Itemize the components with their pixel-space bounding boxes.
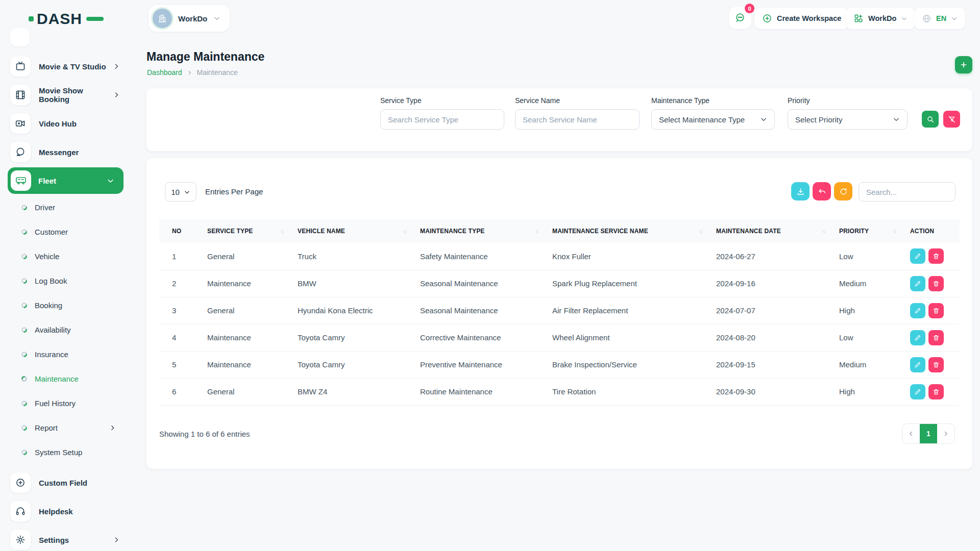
donut-icon xyxy=(21,278,28,284)
edit-button[interactable] xyxy=(910,276,925,291)
pagination-page-1[interactable]: 1 xyxy=(920,424,937,443)
table-search-input[interactable] xyxy=(859,182,955,202)
delete-button[interactable] xyxy=(928,330,944,345)
service-type-label: Service Type xyxy=(380,96,504,105)
filter-service-name: Service Name xyxy=(515,96,640,130)
app-selector[interactable]: WorkDo xyxy=(846,8,915,29)
clear-filters-button[interactable] xyxy=(943,111,960,128)
sort-icon[interactable]: ↑↓ xyxy=(699,229,702,234)
maintenance-type-select[interactable]: Select Maintenance Type xyxy=(651,109,775,130)
column-maintenance-type[interactable]: MAINTENANCE TYPE↑↓ xyxy=(420,219,552,243)
pagination-prev-button[interactable] xyxy=(902,424,920,443)
export-button[interactable] xyxy=(791,182,810,201)
edit-button[interactable] xyxy=(910,357,925,372)
refresh-button[interactable] xyxy=(834,182,852,201)
sidebar-item-video-hub[interactable]: Video Hub xyxy=(0,109,131,138)
trash-icon xyxy=(933,253,940,260)
edit-button[interactable] xyxy=(910,330,925,345)
sidebar-item-movie-show-booking[interactable]: Movie Show Booking xyxy=(0,81,131,109)
sidebar-subitem-vehicle[interactable]: Vehicle xyxy=(0,244,131,268)
pagination-next-button[interactable] xyxy=(937,424,954,443)
filter-service-type: Service Type xyxy=(380,96,504,130)
sort-icon[interactable]: ↑↓ xyxy=(893,229,896,234)
brand-logo[interactable]: DASH xyxy=(29,10,104,28)
priority-select[interactable]: Select Priority xyxy=(788,109,908,130)
sidebar-item-custom-field[interactable]: Custom Field xyxy=(0,468,131,497)
sidebar-subitem-label: Report xyxy=(35,423,109,432)
pencil-icon xyxy=(914,388,921,395)
create-workspace-button[interactable]: Create Workspace xyxy=(754,8,849,29)
column-no: NO xyxy=(159,219,207,243)
sidebar-subitem-availability[interactable]: Availability xyxy=(0,317,131,342)
undo-button[interactable] xyxy=(813,182,831,201)
sidebar-item-helpdesk[interactable]: Helpdesk xyxy=(0,497,131,525)
sidebar-subitem-label: Booking xyxy=(35,301,116,310)
cell-vehicle: BMW Z4 xyxy=(298,378,420,405)
language-label: EN xyxy=(936,14,946,22)
column-maintenance-date[interactable]: MAINTENANCE DATE↑↓ xyxy=(716,219,839,243)
sidebar-item-messenger[interactable]: Messenger xyxy=(0,138,131,166)
delete-button[interactable] xyxy=(928,248,944,264)
filter-panel: Service Type Service Name Maintenance Ty… xyxy=(146,88,972,151)
sidebar-item-settings[interactable]: Settings xyxy=(0,525,131,551)
sidebar-subitem-report[interactable]: Report xyxy=(0,415,131,440)
table-row: 1 General Truck Safety Maintenance Knox … xyxy=(159,243,960,270)
donut-icon xyxy=(21,204,28,211)
sidebar-subitem-customer[interactable]: Customer xyxy=(0,219,131,244)
sidebar-toggle-button[interactable] xyxy=(10,28,30,46)
edit-button[interactable] xyxy=(910,248,925,264)
sidebar-item-movie-tv-studio[interactable]: Movie & TV Studio xyxy=(0,52,131,81)
sort-icon[interactable]: ↑↓ xyxy=(822,229,825,234)
column-priority[interactable]: PRIORITY↑↓ xyxy=(839,219,910,243)
column-maintenance-service-name[interactable]: MAINTENANCE SERVICE NAME↑↓ xyxy=(552,219,716,243)
search-icon xyxy=(926,115,935,123)
workspace-selector[interactable]: WorkDo xyxy=(149,5,230,32)
sidebar-item-label: Helpdesk xyxy=(39,507,120,516)
workspace-avatar xyxy=(153,9,172,28)
cell-maintenance-type: Routine Maintenance xyxy=(420,378,552,405)
cell-maintenance-type: Preventive Maintenance xyxy=(420,351,552,378)
column-service-type[interactable]: SERVICE TYPE↑↓ xyxy=(207,219,298,243)
delete-button[interactable] xyxy=(928,357,944,372)
sidebar-subitem-log-book[interactable]: Log Book xyxy=(0,268,131,293)
cell-service-name: Knox Fuller xyxy=(552,243,716,270)
sort-icon[interactable]: ↑↓ xyxy=(535,229,538,234)
edit-button[interactable] xyxy=(910,303,925,318)
service-name-input[interactable] xyxy=(515,109,640,130)
sidebar-item-fleet[interactable]: Fleet xyxy=(8,167,124,194)
sidebar-subitem-driver[interactable]: Driver xyxy=(0,195,131,219)
messages-button[interactable]: 0 xyxy=(729,7,751,29)
sidebar-subitem-system-setup[interactable]: System Setup xyxy=(0,440,131,464)
cell-service-name: Spark Plug Replacement xyxy=(552,270,716,297)
maintenance-type-label: Maintenance Type xyxy=(651,96,775,105)
film-icon xyxy=(10,85,31,105)
donut-icon xyxy=(21,424,28,431)
column-vehicle-name[interactable]: VEHICLE NAME↑↓ xyxy=(298,219,420,243)
sidebar-subitem-booking[interactable]: Booking xyxy=(0,293,131,317)
chevron-down-icon xyxy=(951,15,958,22)
sidebar-subitem-maintenance[interactable]: Maintenance xyxy=(0,366,131,391)
sidebar-subitem-label: Fuel History xyxy=(35,399,116,408)
filter-maintenance-type: Maintenance Type Select Maintenance Type xyxy=(651,96,775,130)
service-name-label: Service Name xyxy=(515,96,640,105)
apply-filters-button[interactable] xyxy=(922,111,939,128)
delete-button[interactable] xyxy=(928,303,944,318)
add-maintenance-button[interactable] xyxy=(955,56,972,73)
sidebar-item-label: Movie & TV Studio xyxy=(39,62,113,71)
sidebar-item-fleet-wrap: Fleet xyxy=(0,166,131,195)
sort-icon[interactable]: ↑↓ xyxy=(403,229,406,234)
delete-button[interactable] xyxy=(928,276,944,291)
cell-vehicle: BMW xyxy=(298,270,420,297)
delete-button[interactable] xyxy=(928,384,944,399)
logo-dot-icon xyxy=(29,16,34,21)
sidebar-subitem-fuel-history[interactable]: Fuel History xyxy=(0,391,131,415)
breadcrumb-dashboard-link[interactable]: Dashboard xyxy=(147,68,182,77)
service-type-input[interactable] xyxy=(380,109,504,130)
grid-plus-icon xyxy=(853,13,864,23)
language-selector[interactable]: EN xyxy=(914,8,965,29)
sidebar-subitem-insurance[interactable]: Insurance xyxy=(0,342,131,366)
entries-per-page-select[interactable]: 10 xyxy=(165,182,197,202)
main-content: Manage Maintenance Dashboard Maintenance… xyxy=(131,37,980,551)
edit-button[interactable] xyxy=(910,384,925,399)
sort-icon[interactable]: ↑↓ xyxy=(280,229,283,234)
